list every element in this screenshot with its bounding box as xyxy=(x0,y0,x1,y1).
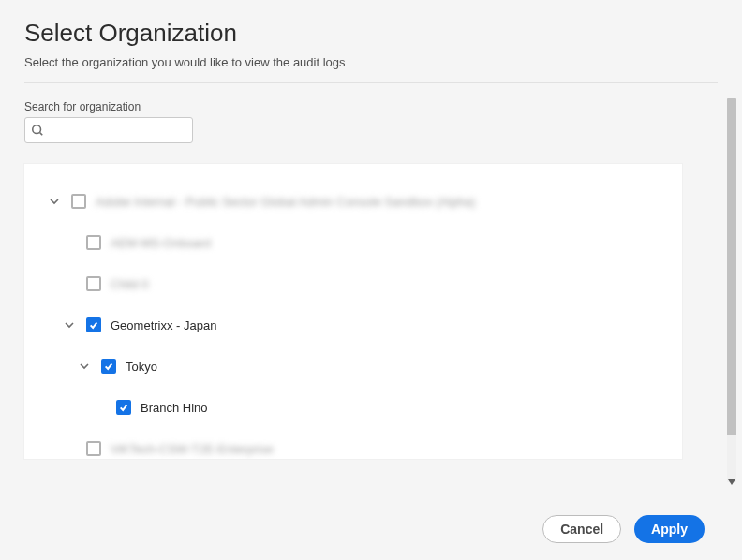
search-input[interactable] xyxy=(24,117,193,143)
svg-marker-3 xyxy=(728,479,735,485)
scrollbar-thumb[interactable] xyxy=(727,98,736,435)
chevron-down-icon[interactable] xyxy=(58,319,81,331)
checkbox[interactable] xyxy=(86,235,101,250)
dialog-header: Select Organization Select the organizat… xyxy=(0,0,742,83)
org-tree: Adobe Internal - Public Sector Global Ad… xyxy=(24,164,682,459)
svg-line-1 xyxy=(40,133,43,136)
org-label: ViKTech-CSW-T2E-Enterprise xyxy=(111,442,274,456)
tree-row[interactable]: Adobe Internal - Public Sector Global Ad… xyxy=(24,181,682,222)
divider xyxy=(24,82,718,83)
checkbox[interactable] xyxy=(86,317,101,332)
org-label: Adobe Internal - Public Sector Global Ad… xyxy=(96,195,475,209)
org-label: Tokyo xyxy=(126,360,157,374)
chevron-down-icon[interactable] xyxy=(73,361,96,372)
org-label: Child 0 xyxy=(111,277,148,291)
tree-row[interactable]: ViKTech-CSW-T2E-Enterprise xyxy=(24,428,682,459)
scroll-down-icon[interactable] xyxy=(727,474,736,483)
dialog-title: Select Organization xyxy=(24,19,718,48)
org-label: AEM-MS-Onboard xyxy=(111,236,211,250)
search-label: Search for organization xyxy=(24,100,718,113)
search-icon xyxy=(31,124,44,137)
cancel-button[interactable]: Cancel xyxy=(542,515,621,543)
content-area: Search for organization Adobe Internal -… xyxy=(0,100,742,459)
checkbox[interactable] xyxy=(86,276,101,291)
dialog-footer: Cancel Apply xyxy=(0,515,742,560)
apply-button[interactable]: Apply xyxy=(634,515,705,543)
org-label: Branch Hino xyxy=(141,401,208,415)
tree-row[interactable]: Branch Hino xyxy=(24,387,682,428)
dialog-subtitle: Select the organization you would like t… xyxy=(24,55,718,69)
tree-row[interactable]: Tokyo xyxy=(24,346,682,387)
checkbox[interactable] xyxy=(86,441,101,456)
checkbox[interactable] xyxy=(71,194,86,209)
search-field-wrap xyxy=(24,117,193,143)
svg-point-0 xyxy=(33,125,41,134)
chevron-down-icon[interactable] xyxy=(43,196,66,207)
tree-row[interactable]: Geometrixx - Japan xyxy=(24,304,682,346)
tree-row[interactable]: AEM-MS-Onboard xyxy=(24,222,682,263)
org-label: Geometrixx - Japan xyxy=(111,318,216,332)
checkbox[interactable] xyxy=(101,359,116,374)
checkbox[interactable] xyxy=(116,400,131,415)
tree-row[interactable]: Child 0 xyxy=(24,263,682,304)
